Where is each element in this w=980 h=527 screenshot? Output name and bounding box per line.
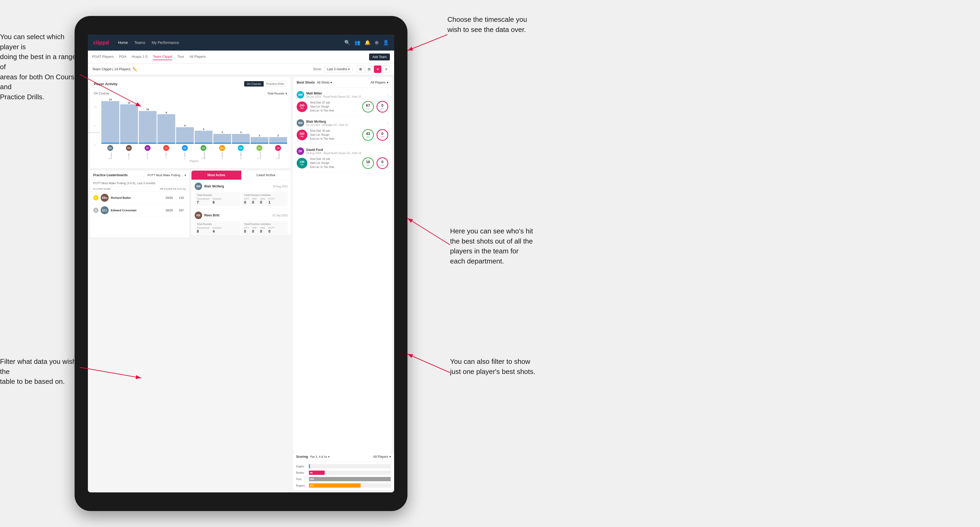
tab-pgat-players[interactable]: PGAT Players	[92, 54, 114, 60]
active-date-2: 02 Sep 2023	[272, 214, 288, 217]
birdies-track: 96	[309, 471, 391, 475]
nav-home[interactable]: Home	[118, 40, 128, 45]
drill-label: PUTT Must Make Putting ...	[148, 173, 183, 177]
practice-val-2: Practice 4	[213, 227, 221, 233]
shot-chevron-2[interactable]: ›	[387, 121, 388, 125]
player-1-avg: 110	[177, 196, 186, 199]
avatar-icon[interactable]: 👤	[383, 40, 389, 46]
total-rounds-label: Total Rounds	[267, 92, 285, 95]
leaderboard-row-1: 1 RBu Richard Butler 19/20 110	[90, 192, 189, 204]
shots-toggle[interactable]: All Shots ▾	[317, 81, 332, 84]
shot-player-name-1: Matt Miller	[306, 92, 385, 95]
shot-avatar-2: BM	[297, 119, 304, 127]
tab-hcaps[interactable]: Hcaps 1-5	[132, 54, 148, 60]
chart-dropdown[interactable]: Total Rounds ▾	[267, 92, 287, 95]
chart-area: On Course Total Rounds ▾ 0 5 10	[94, 89, 287, 165]
arg-num: 0	[260, 200, 266, 205]
player-activity-title: Player Activity	[94, 82, 118, 86]
tournament-val-2: Tournament 8	[197, 227, 210, 233]
scoring-title: Scoring	[296, 455, 308, 459]
eagles-label: Eagles	[296, 465, 307, 468]
show-value: Last 3 months	[327, 67, 347, 71]
list-view-btn[interactable]: ≡	[382, 65, 390, 73]
shot-details-row-3: 198 SG Shot Dist: 16 yds Start Lie: Roug…	[297, 157, 388, 169]
card-view-btn[interactable]: ♥	[374, 65, 381, 73]
practice-columns: PLAYER NAME PB SCORE PB AVG SQ	[90, 187, 189, 192]
active-avatar-2: RB	[195, 211, 202, 219]
shot-player-row-2: BM Blair McHarg 23 Jul 2023 · Ashridge G…	[297, 119, 388, 127]
subtabs: PGAT Players PGA Hcaps 1-5 Team Clippd T…	[88, 51, 394, 63]
tab-all-players[interactable]: All Players	[189, 54, 205, 60]
shot-info-2: Shot Dist: 43 yds Start Lie: Rough End L…	[310, 129, 360, 141]
scoring-players-dropdown[interactable]: All Players ▾	[373, 455, 391, 459]
player-2-avatar: ECr	[101, 206, 109, 214]
pars-track: 499	[309, 477, 391, 481]
shot-location-1: 09 Jun 2023 · Royal North Devon GC, Hole…	[306, 95, 385, 98]
stat-circle-3a: 16 yds	[362, 157, 374, 169]
app-logo: clippd	[93, 40, 109, 46]
stat-circle-2b: 0 yds	[377, 129, 388, 141]
search-icon[interactable]: 🔍	[344, 40, 350, 46]
users-icon[interactable]: 👥	[355, 40, 360, 46]
practice-num-2: 4	[213, 229, 221, 233]
practice-num: 6	[213, 200, 221, 205]
shot-chevron-3[interactable]: ›	[387, 149, 388, 153]
table-view-btn[interactable]: ⊟	[365, 65, 373, 73]
scoring-card: Scoring Par 3, 4 & 5s ▾ All Players ▾ Ea…	[293, 452, 394, 490]
practice-activities-title: Total Practice Activities	[244, 194, 286, 197]
tab-team-clippd[interactable]: Team Clippd	[153, 54, 172, 60]
grid-view-btn[interactable]: ⊞	[357, 65, 364, 73]
shot-badge-1: 200 SG	[297, 102, 307, 112]
eagles-fill: 3	[309, 464, 310, 468]
chevron-par-icon: ▾	[328, 455, 330, 459]
nav-my-performance[interactable]: My Performance	[151, 40, 179, 45]
chevron-icon: ▾	[185, 173, 186, 177]
svg-line-0	[407, 35, 447, 51]
active-avatar-1: BM	[195, 183, 202, 190]
tab-pga[interactable]: PGA	[119, 54, 126, 60]
total-rounds-values-2: Tournament 8 Practice 4	[197, 227, 238, 233]
bogeys-track: 315	[309, 483, 391, 487]
shot-avatar-1: MM	[297, 91, 304, 98]
shot-chevron-1[interactable]: ›	[387, 93, 388, 97]
chevron-down-icon: ▾	[348, 67, 350, 71]
stat-circle-2a: 43 yds	[362, 129, 374, 141]
show-label: Show:	[313, 67, 322, 71]
least-active-tab[interactable]: Least Active	[241, 171, 291, 179]
on-course-btn[interactable]: On Course	[244, 81, 264, 86]
tab-tour[interactable]: Tour	[177, 54, 184, 60]
drill-dropdown[interactable]: PUTT Must Make Putting ... ▾	[148, 173, 186, 177]
active-date-1: 26 Aug 2023	[273, 185, 288, 188]
card-header: Player Activity On Course Practice Drill…	[94, 81, 287, 87]
annotation-best-shots: Here you can see who's hitthe best shots…	[450, 226, 533, 267]
practice-subtitle: PUTT Must Make Putting (3-6 ft), Last 3 …	[90, 180, 189, 187]
shot-info-3: Shot Dist: 16 yds Start Lie: Rough End L…	[310, 157, 360, 169]
practice-drills-btn[interactable]: Practice Drills	[264, 81, 287, 86]
eagles-track: 3	[309, 464, 391, 468]
toggle-group: On Course Practice Drills	[244, 81, 287, 87]
birdies-fill: 96	[309, 471, 325, 475]
shot-item-3: DF David Ford 24 Aug 2023 · Royal North …	[293, 144, 392, 173]
practice-header: Practice Leaderboards PUTT Must Make Put…	[90, 171, 189, 180]
all-players-dropdown[interactable]: All Players ▾	[371, 81, 388, 84]
active-player-1: BM Blair McHarg 26 Aug 2023 Total Rounds	[191, 180, 291, 209]
bar-group: 5	[176, 124, 194, 144]
total-rounds-title: Total Rounds	[197, 194, 238, 197]
rank-1-badge: 1	[93, 195, 99, 200]
plus-circle-icon[interactable]: ⊕	[375, 40, 379, 46]
all-shots-label: All Shots	[317, 81, 329, 84]
putt-val: PUTT 1	[269, 197, 275, 205]
shot-avatar-3: DF	[297, 148, 304, 155]
bell-icon[interactable]: 🔔	[364, 40, 371, 46]
view-icons: ⊞ ⊟ ♥ ≡	[357, 65, 390, 73]
nav-teams[interactable]: Teams	[134, 40, 145, 45]
par-dropdown[interactable]: Par 3, 4 & 5s ▾	[310, 455, 330, 459]
pars-label: Pars	[296, 478, 307, 481]
total-rounds-section: Total Rounds Tournament 7 Practice	[195, 192, 240, 206]
most-active-tab[interactable]: Most Active	[191, 171, 241, 179]
active-stats-grid-1: Total Rounds Tournament 7 Practice	[195, 192, 288, 206]
add-team-button[interactable]: Add Team	[369, 54, 390, 60]
edit-icon[interactable]: ✏️	[133, 67, 137, 71]
chart-sub-header: On Course Total Rounds ▾	[94, 92, 287, 95]
show-dropdown[interactable]: Last 3 months ▾	[324, 66, 353, 72]
